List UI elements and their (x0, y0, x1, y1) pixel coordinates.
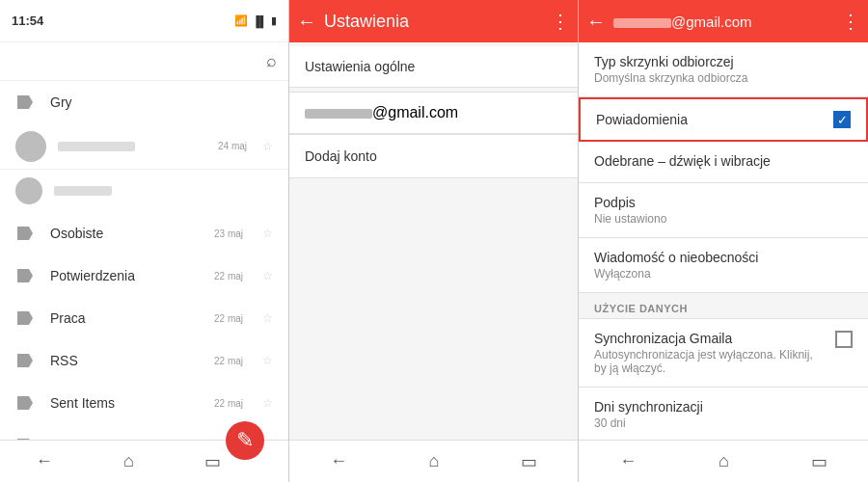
inbox-sound-title: Odebrane – dźwięk i wibracje (594, 153, 853, 169)
home-button-2[interactable]: ⌂ (410, 443, 459, 479)
tag-icon-rss (15, 351, 35, 370)
sync-gmail-subtitle: Autosynchronizacja jest wyłączona. Klikn… (594, 348, 827, 375)
back-arrow-icon-2[interactable]: ← (297, 11, 316, 33)
sync-gmail-checkbox[interactable] (835, 331, 853, 348)
status-icons: 📶 ▐▌ ▮ (234, 14, 277, 27)
out-of-office-title: Wiadomość o nieobecności (594, 250, 853, 265)
account-title-suffix: @gmail.com (671, 13, 752, 30)
drawer-item-gry[interactable]: Gry (0, 81, 288, 123)
data-usage-section-header: UŻYCIE DANYCH (579, 293, 868, 318)
tag-icon-osobiste (15, 224, 35, 243)
drawer-item-label-gry: Gry (50, 94, 273, 110)
star-1: ☆ (262, 140, 273, 153)
tag-icon-gry (15, 93, 35, 112)
drawer-toolbar: ⌕ (0, 42, 288, 81)
notifications-title: Powiadomienia (596, 112, 688, 127)
back-arrow-icon-3[interactable]: ← (586, 11, 606, 33)
notifications-checkbox[interactable]: ✓ (833, 111, 851, 128)
battery-icon: ▮ (271, 14, 277, 27)
drawer-item-potwierdzenia[interactable]: Potwierdzenia 22 maj ☆ (0, 254, 288, 297)
account-settings-content: Typ skrzynki odbiorczej Domyślna skrzynk… (579, 42, 868, 440)
home-button-1[interactable]: ⌂ (104, 443, 153, 479)
inbox-type-subtitle: Domyślna skrzynka odbiorcza (594, 71, 853, 85)
more-options-icon-3[interactable]: ⋮ (841, 10, 860, 33)
drawer-item-sent-items[interactable]: Sent Items 22 maj ☆ (0, 382, 288, 424)
out-of-office-row[interactable]: Wiadomość o nieobecności Wyłączona (579, 238, 868, 293)
signal-icon: ▐▌ (252, 15, 267, 27)
back-button-2[interactable]: ← (311, 443, 366, 479)
settings-panel: ← Ustawienia ⋮ Ustawienia ogólne @gmail.… (289, 0, 579, 482)
signature-row[interactable]: Podpis Nie ustawiono (579, 183, 868, 238)
account-email-display: @gmail.com (305, 104, 458, 121)
add-account-label: Dodaj konto (305, 148, 377, 164)
navigation-drawer: 11:54 📶 ▐▌ ▮ ⌕ Gry 24 maj ☆ (0, 0, 289, 482)
bottom-nav-3: ← ⌂ ▭ (579, 440, 868, 482)
settings-title: Ustawienia (324, 12, 543, 32)
drawer-item-osobiste[interactable]: Osobiste 23 maj ☆ (0, 212, 288, 254)
status-bar: 11:54 📶 ▐▌ ▮ (0, 0, 288, 42)
drawer-label-praca: Praca (50, 310, 199, 326)
signature-title: Podpis (594, 195, 853, 210)
home-button-3[interactable]: ⌂ (699, 443, 748, 479)
date-rss: 22 maj (214, 356, 243, 366)
email-date-1: 24 maj (218, 141, 247, 151)
drawer-item-rss[interactable]: RSS 22 maj ☆ (0, 339, 288, 382)
wifi-icon: 📶 (234, 14, 248, 27)
account-name-2 (54, 186, 112, 196)
inbox-type-row[interactable]: Typ skrzynki odbiorczej Domyślna skrzynk… (579, 42, 868, 97)
general-settings-row[interactable]: Ustawienia ogólne (289, 46, 578, 88)
star-praca: ☆ (262, 311, 273, 325)
out-of-office-subtitle: Wyłączona (594, 267, 853, 281)
tag-icon-praca (15, 308, 35, 328)
back-button-1[interactable]: ← (16, 443, 72, 479)
avatar-1 (15, 131, 46, 162)
sync-days-title: Dni synchronizacji (594, 399, 853, 415)
drawer-account-2[interactable] (0, 170, 288, 212)
settings-content: Ustawienia ogólne @gmail.com Dodaj konto (289, 42, 578, 440)
drawer-label-osobiste: Osobiste (50, 226, 199, 241)
star-potwierdzenia: ☆ (262, 269, 273, 282)
sync-days-subtitle: 30 dni (594, 416, 853, 430)
recents-button-2[interactable]: ▭ (502, 443, 556, 480)
drawer-item-list: Gry 24 maj ☆ Osobiste 23 maj ☆ Potwierdz… (0, 81, 288, 440)
date-osobiste: 23 maj (214, 228, 243, 239)
star-osobiste: ☆ (262, 227, 273, 240)
recents-button-3[interactable]: ▭ (792, 443, 847, 480)
drawer-label-rss: RSS (50, 353, 199, 368)
sync-gmail-row[interactable]: Synchronizacja Gmaila Autosynchronizacja… (579, 319, 868, 388)
account-settings-row[interactable]: @gmail.com (289, 93, 578, 134)
add-account-row[interactable]: Dodaj konto (289, 135, 578, 178)
tag-icon-potwierdzenia (15, 266, 35, 285)
compose-fab[interactable]: ✎ (226, 421, 264, 460)
time-display: 11:54 (12, 13, 43, 28)
notifications-row[interactable]: Powiadomienia ✓ (579, 97, 868, 142)
signature-subtitle: Nie ustawiono (594, 212, 853, 226)
star-sent-items: ☆ (262, 396, 273, 410)
account-title-blur (613, 18, 671, 28)
sync-gmail-text: Synchronizacja Gmaila Autosynchronizacja… (594, 331, 835, 375)
sync-days-row[interactable]: Dni synchronizacji 30 dni (579, 388, 868, 440)
star-rss: ☆ (262, 354, 273, 367)
drawer-label-sent-items: Sent Items (50, 395, 199, 411)
account-settings-title: @gmail.com (613, 13, 833, 30)
account-settings-panel: ← @gmail.com ⋮ Typ skrzynki odbiorczej D… (579, 0, 868, 482)
drawer-item-praca[interactable]: Praca 22 maj ☆ (0, 297, 288, 339)
account-email-suffix: @gmail.com (372, 104, 458, 120)
drawer-account-1[interactable]: 24 maj ☆ (0, 123, 288, 170)
tag-icon-sent-items (15, 393, 35, 413)
general-settings-label: Ustawienia ogólne (305, 59, 415, 74)
more-options-icon-2[interactable]: ⋮ (551, 10, 570, 33)
back-button-3[interactable]: ← (600, 443, 656, 479)
avatar-2 (15, 177, 42, 204)
account-name-1 (58, 142, 135, 151)
bottom-nav-1: ← ⌂ ▭ ✎ (0, 440, 288, 482)
date-potwierdzenia: 22 maj (214, 271, 243, 281)
inbox-sound-row[interactable]: Odebrane – dźwięk i wibracje (579, 142, 868, 183)
date-sent-items: 22 maj (214, 398, 243, 409)
account-settings-header: ← @gmail.com ⋮ (579, 0, 868, 42)
bottom-nav-2: ← ⌂ ▭ (289, 440, 578, 482)
inbox-type-title: Typ skrzynki odbiorczej (594, 54, 853, 69)
settings-header: ← Ustawienia ⋮ (289, 0, 578, 42)
date-praca: 22 maj (214, 313, 243, 324)
search-icon[interactable]: ⌕ (266, 51, 277, 71)
